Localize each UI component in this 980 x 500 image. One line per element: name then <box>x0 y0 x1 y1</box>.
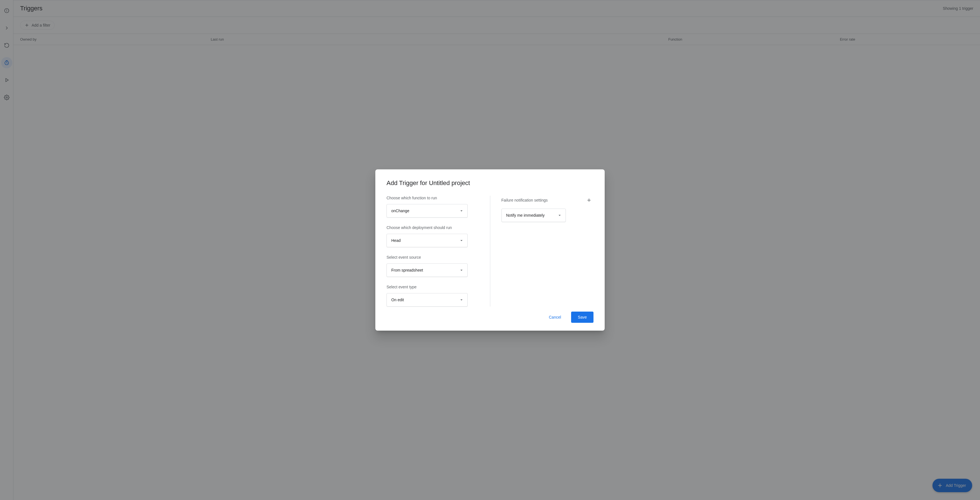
dialog-columns: Choose which function to run onChange Ch… <box>387 196 593 307</box>
notification-value: Notify me immediately <box>506 213 545 217</box>
event-type-value: On edit <box>391 297 404 302</box>
event-source-select[interactable]: From spreadsheet <box>387 264 468 277</box>
plus-icon <box>586 197 592 203</box>
function-value: onChange <box>391 209 409 213</box>
chevron-down-icon <box>557 213 562 218</box>
add-trigger-dialog: Add Trigger for Untitled project Choose … <box>375 169 605 331</box>
notification-select[interactable]: Notify me immediately <box>501 209 566 222</box>
event-type-field: Select event type On edit <box>387 285 479 307</box>
event-source-field: Select event source From spreadsheet <box>387 255 479 277</box>
deployment-field: Choose which deployment should run Head <box>387 225 479 247</box>
event-type-select[interactable]: On edit <box>387 293 468 307</box>
event-source-value: From spreadsheet <box>391 268 423 272</box>
cancel-button[interactable]: Cancel <box>546 313 565 322</box>
function-label: Choose which function to run <box>387 196 479 200</box>
notification-label: Failure notification settings <box>501 198 548 203</box>
dialog-title: Add Trigger for Untitled project <box>387 179 593 187</box>
deployment-select[interactable]: Head <box>387 234 468 247</box>
save-button[interactable]: Save <box>571 312 593 323</box>
deployment-value: Head <box>391 238 401 243</box>
dialog-left-column: Choose which function to run onChange Ch… <box>387 196 490 307</box>
chevron-down-icon <box>459 208 464 213</box>
event-type-label: Select event type <box>387 285 479 289</box>
function-select[interactable]: onChange <box>387 204 468 217</box>
function-field: Choose which function to run onChange <box>387 196 479 217</box>
chevron-down-icon <box>459 268 464 273</box>
dialog-right-column: Failure notification settings Notify me … <box>490 196 594 307</box>
notification-field: Failure notification settings Notify me … <box>501 196 594 222</box>
event-source-label: Select event source <box>387 255 479 259</box>
dialog-actions: Cancel Save <box>387 312 593 323</box>
chevron-down-icon <box>459 238 464 243</box>
chevron-down-icon <box>459 297 464 302</box>
add-notification-button[interactable] <box>584 196 593 204</box>
deployment-label: Choose which deployment should run <box>387 225 479 230</box>
